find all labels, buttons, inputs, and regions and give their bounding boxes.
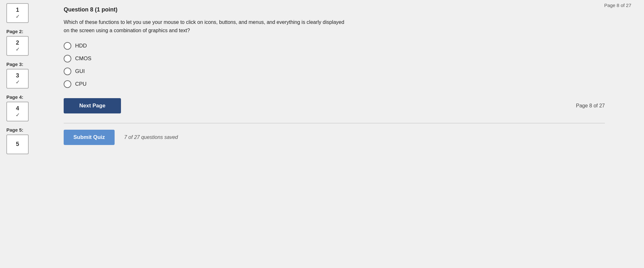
sidebar-page3-label: Page 3: (6, 62, 45, 67)
bottom-page-indicator: Page 8 of 27 (576, 103, 605, 109)
option-hdd[interactable]: HDD (64, 42, 631, 50)
next-page-row: Next Page Page 8 of 27 (64, 98, 605, 113)
sidebar-page-5-button[interactable]: 5 (6, 134, 29, 154)
main-content: Page 8 of 27 Question 8 (1 point) Which … (51, 0, 644, 268)
radio-gui[interactable] (64, 68, 71, 75)
submit-quiz-button[interactable]: Submit Quiz (64, 130, 115, 145)
option-cmos[interactable]: CMOS (64, 55, 631, 62)
options-list: HDD CMOS GUI CPU (64, 42, 631, 88)
divider (64, 123, 605, 123)
option-cpu-label: CPU (75, 81, 87, 87)
radio-cpu[interactable] (64, 80, 71, 88)
radio-hdd[interactable] (64, 42, 71, 50)
sidebar: 1 ✓ Page 2: 2 ✓ Page 3: 3 ✓ Page 4: 4 ✓ … (0, 0, 51, 268)
next-page-button[interactable]: Next Page (64, 98, 121, 113)
question-header: Question 8 (1 point) (64, 6, 631, 13)
bottom-bar: Submit Quiz 7 of 27 questions saved (64, 130, 631, 145)
option-cpu[interactable]: CPU (64, 80, 631, 88)
sidebar-page5-label: Page 5: (6, 127, 45, 133)
sidebar-page2-label: Page 2: (6, 29, 45, 34)
sidebar-page-1-button[interactable]: 1 ✓ (6, 3, 29, 23)
option-hdd-label: HDD (75, 43, 87, 49)
top-right-page-indicator: Page 8 of 27 (604, 3, 631, 8)
option-cmos-label: CMOS (75, 55, 91, 62)
radio-cmos[interactable] (64, 55, 71, 62)
saved-questions-text: 7 of 27 questions saved (124, 134, 178, 140)
option-gui[interactable]: GUI (64, 68, 631, 75)
sidebar-page-3-button[interactable]: 3 ✓ (6, 69, 29, 89)
question-text: Which of these functions to let you use … (64, 18, 350, 34)
sidebar-page-2-button[interactable]: 2 ✓ (6, 36, 29, 56)
sidebar-page-4-button[interactable]: 4 ✓ (6, 102, 29, 121)
sidebar-page4-label: Page 4: (6, 94, 45, 100)
option-gui-label: GUI (75, 68, 85, 75)
